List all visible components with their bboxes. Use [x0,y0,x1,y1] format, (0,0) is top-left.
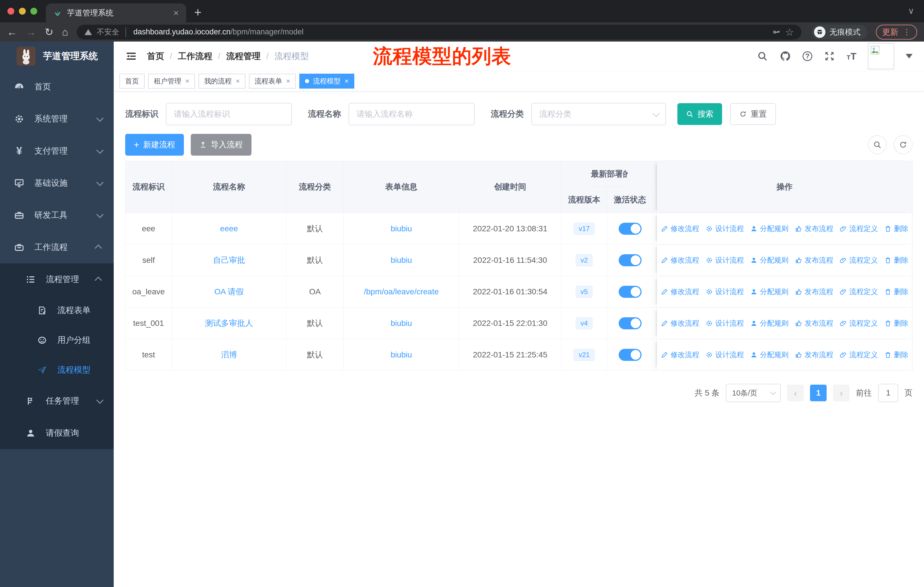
sidebar-item-infra[interactable]: 基础设施 [0,167,114,199]
process-name-link[interactable]: 自己审批 [213,255,245,266]
active-toggle[interactable] [619,223,642,235]
active-toggle[interactable] [619,349,642,361]
form-link[interactable]: biubiu [391,224,412,233]
tag-tenant[interactable]: 租户管理× [148,74,195,89]
create-process-button[interactable]: + 新建流程 [125,134,184,155]
font-size-icon[interactable]: TT [846,51,856,62]
page-number-button[interactable]: 1 [810,385,827,401]
edit-process-link[interactable]: 修改流程 [661,255,699,265]
next-page-button[interactable]: › [833,385,850,401]
sidebar-item-payment[interactable]: ¥ 支付管理 [0,135,114,167]
form-link[interactable]: /bpm/oa/leave/create [364,287,439,296]
process-definition-link[interactable]: 流程定义 [840,255,878,265]
import-process-button[interactable]: 导入流程 [191,134,251,155]
bookmark-star-icon[interactable]: ☆ [785,26,794,38]
form-link[interactable]: biubiu [391,319,412,328]
address-bar[interactable]: 不安全 │ dashboard.yudao.iocoder.cn/bpm/man… [77,25,802,40]
assign-rule-link[interactable]: 分配规则 [750,350,789,359]
process-name-link[interactable]: 滔博 [221,349,237,360]
sidebar-item-home[interactable]: 首页 [0,71,114,103]
assign-rule-link[interactable]: 分配规则 [750,224,789,233]
tag-process-form[interactable]: 流程表单× [249,74,296,89]
search-button[interactable]: 搜索 [677,103,722,125]
sidebar-item-system[interactable]: 系统管理 [0,103,114,135]
window-chevron-icon[interactable]: ∨ [908,6,914,16]
delete-link[interactable]: 删除 [884,255,908,265]
sidebar-item-devtools[interactable]: 研发工具 [0,199,114,231]
search-icon[interactable] [757,50,768,62]
sidebar-item-process-mgmt[interactable]: 流程管理 [0,263,114,296]
update-chip[interactable]: 更新 ⋮ [876,25,917,40]
zoom-window-button[interactable] [30,8,37,15]
close-icon[interactable]: × [236,77,240,85]
close-window-button[interactable] [7,8,14,15]
publish-process-link[interactable]: 发布流程 [795,350,833,359]
tag-home[interactable]: 首页 [119,74,145,89]
sidebar-item-workflow[interactable]: 工作流程 [0,231,114,263]
publish-process-link[interactable]: 发布流程 [795,224,833,233]
prev-page-button[interactable]: ‹ [787,385,804,401]
design-process-link[interactable]: 设计流程 [705,224,744,233]
breadcrumb-home[interactable]: 首页 [147,50,164,62]
process-name-input[interactable] [348,103,475,125]
close-icon[interactable]: × [185,77,189,85]
browser-tab[interactable]: 芋道管理系统 × [46,3,186,22]
publish-process-link[interactable]: 发布流程 [795,318,833,328]
forward-icon[interactable]: → [26,26,36,38]
sidebar-item-process-model[interactable]: 流程模型 [0,355,114,385]
assign-rule-link[interactable]: 分配规则 [750,255,789,265]
design-process-link[interactable]: 设计流程 [705,287,744,296]
help-icon[interactable]: ? [803,51,812,61]
process-definition-link[interactable]: 流程定义 [840,318,878,328]
key-icon[interactable] [772,28,781,36]
process-name-link[interactable]: 测试多审批人 [205,318,253,329]
home-icon[interactable]: ⌂ [62,26,68,38]
github-icon[interactable] [780,50,791,62]
avatar-caret-icon[interactable] [906,54,912,58]
edit-process-link[interactable]: 修改流程 [661,287,699,296]
goto-page-input[interactable] [878,384,898,402]
process-definition-link[interactable]: 流程定义 [840,287,878,296]
design-process-link[interactable]: 设计流程 [705,318,744,328]
active-toggle[interactable] [619,317,642,329]
fullscreen-icon[interactable] [824,50,835,62]
new-tab-button[interactable]: + [194,5,201,20]
delete-link[interactable]: 删除 [884,287,908,296]
breadcrumb-workflow[interactable]: 工作流程 [178,50,212,62]
design-process-link[interactable]: 设计流程 [705,255,744,265]
process-name-link[interactable]: OA 请假 [214,286,244,297]
reload-icon[interactable]: ↻ [45,26,53,38]
sidebar-item-leave-query[interactable]: 请假查询 [0,417,114,449]
tag-process-model[interactable]: 流程模型× [299,74,354,89]
tab-close-icon[interactable]: × [173,8,179,18]
breadcrumb-process-mgmt[interactable]: 流程管理 [226,50,261,62]
delete-link[interactable]: 删除 [884,350,908,359]
publish-process-link[interactable]: 发布流程 [795,287,833,296]
close-icon[interactable]: × [286,77,290,85]
page-size-select[interactable]: 10条/页 [726,384,781,402]
sidebar-item-process-form[interactable]: 流程表单 [0,296,114,325]
process-name-link[interactable]: eeee [220,224,238,233]
active-toggle[interactable] [619,286,642,298]
edit-process-link[interactable]: 修改流程 [661,318,699,328]
back-icon[interactable]: ← [7,26,17,38]
reset-button[interactable]: 重置 [730,103,776,125]
publish-process-link[interactable]: 发布流程 [795,255,833,265]
process-category-select[interactable]: 流程分类 [531,103,666,125]
assign-rule-link[interactable]: 分配规则 [750,287,789,296]
minimize-window-button[interactable] [19,8,26,15]
form-link[interactable]: biubiu [391,350,412,359]
process-definition-link[interactable]: 流程定义 [840,224,878,233]
form-link[interactable]: biubiu [391,256,412,265]
close-icon[interactable]: × [345,77,348,85]
browser-menu-icon[interactable]: ⋮ [903,27,911,37]
design-process-link[interactable]: 设计流程 [705,350,744,359]
process-key-input[interactable] [166,103,292,125]
edit-process-link[interactable]: 修改流程 [661,350,699,359]
edit-process-link[interactable]: 修改流程 [661,224,699,233]
active-toggle[interactable] [619,254,642,266]
avatar[interactable] [868,43,894,69]
sidebar-item-task-mgmt[interactable]: 任务管理 [0,385,114,417]
security-label[interactable]: 不安全 [97,27,119,37]
assign-rule-link[interactable]: 分配规则 [750,318,789,328]
